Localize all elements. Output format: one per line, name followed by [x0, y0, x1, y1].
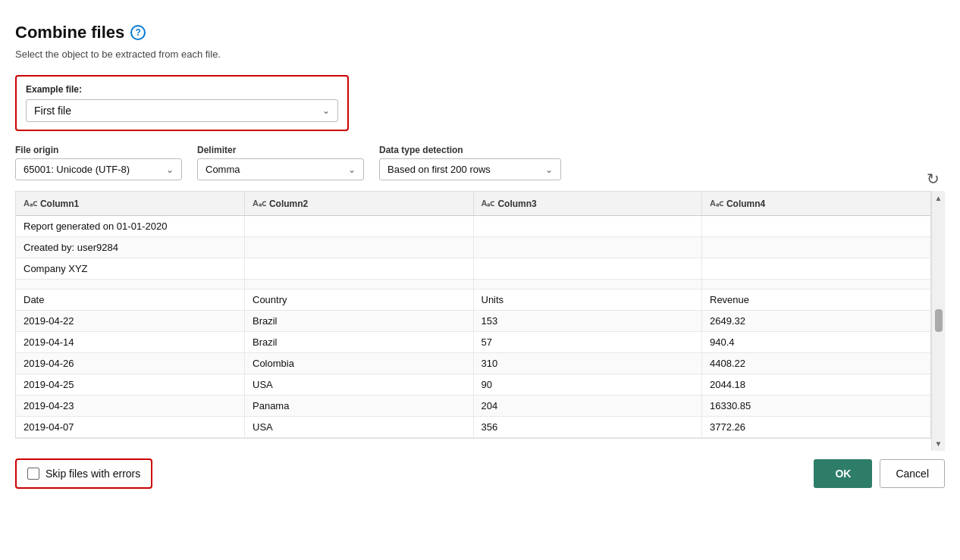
skip-files-label: Skip files with errors: [45, 468, 140, 480]
table-cell: [245, 236, 474, 258]
table-cell: [473, 236, 702, 258]
table-cell: 2019-04-14: [16, 331, 245, 352]
skip-files-checkbox[interactable]: [27, 468, 39, 480]
data-type-detection-label: Data type detection: [379, 145, 561, 155]
data-type-detection-chevron: ⌄: [545, 164, 553, 175]
table-row: [16, 279, 930, 289]
col1-label: Column1: [40, 199, 79, 209]
table-cell: Report generated on 01-01-2020: [16, 215, 245, 236]
table-header-row: Aₐᴄ Column1 Aₐᴄ Column2 Aₐᴄ Column: [16, 192, 930, 215]
col-header-2: Aₐᴄ Column2: [245, 192, 474, 215]
delimiter-chevron: ⌄: [348, 164, 356, 175]
table-cell: [473, 279, 702, 289]
table-container: Aₐᴄ Column1 Aₐᴄ Column2 Aₐᴄ Column: [15, 191, 931, 439]
dialog-subtitle: Select the object to be extracted from e…: [15, 48, 945, 60]
data-type-detection-group: Data type detection Based on first 200 r…: [379, 145, 561, 180]
table-cell: Colombia: [245, 352, 474, 374]
table-cell: [702, 236, 931, 258]
example-file-chevron: ⌄: [322, 105, 330, 116]
table-cell: 16330.85: [702, 395, 931, 416]
col4-label: Column4: [726, 199, 765, 209]
table-cell: 940.4: [702, 331, 931, 352]
example-file-label: Example file:: [26, 84, 338, 95]
skip-files-section: Skip files with errors: [15, 458, 152, 489]
data-type-detection-value: Based on first 200 rows: [387, 164, 491, 175]
table-row: Company XYZ: [16, 258, 930, 279]
delimiter-value: Comma: [205, 164, 240, 175]
table-cell: [245, 258, 474, 279]
table-cell: Brazil: [245, 331, 474, 352]
file-origin-label: File origin: [15, 145, 182, 155]
table-cell: [473, 258, 702, 279]
example-file-select[interactable]: First file ⌄: [26, 99, 338, 122]
table-cell: 2019-04-25: [16, 374, 245, 395]
file-origin-select[interactable]: 65001: Unicode (UTF-8) ⌄: [15, 158, 182, 180]
table-cell: 204: [473, 395, 702, 416]
example-file-value: First file: [34, 105, 71, 117]
abc-icon-1: Aₐᴄ: [24, 199, 37, 208]
table-cell: 2019-04-22: [16, 310, 245, 331]
bottom-area: Skip files with errors OK Cancel: [15, 458, 945, 489]
table-row: 2019-04-26Colombia3104408.22: [16, 352, 930, 374]
abc-icon-4: Aₐᴄ: [710, 199, 723, 208]
file-origin-group: File origin 65001: Unicode (UTF-8) ⌄: [15, 145, 182, 180]
scrollbar-area[interactable]: ▲ ▼: [931, 191, 945, 451]
table-cell: [473, 215, 702, 236]
dialog-title: Combine files: [15, 23, 124, 42]
table-cell: Panama: [245, 395, 474, 416]
table-row: 2019-04-14Brazil57940.4: [16, 331, 930, 352]
example-file-section: Example file: First file ⌄: [15, 75, 349, 131]
action-buttons: OK Cancel: [814, 459, 945, 488]
file-origin-chevron: ⌄: [166, 164, 174, 175]
table-cell: USA: [245, 416, 474, 437]
data-table: Aₐᴄ Column1 Aₐᴄ Column2 Aₐᴄ Column: [16, 192, 930, 438]
table-cell: 2019-04-23: [16, 395, 245, 416]
table-cell: Brazil: [245, 310, 474, 331]
table-cell: USA: [245, 374, 474, 395]
table-cell: Units: [473, 289, 702, 310]
ok-button[interactable]: OK: [814, 459, 872, 488]
table-cell: [245, 215, 474, 236]
table-cell: Created by: user9284: [16, 236, 245, 258]
refresh-button[interactable]: ↻: [921, 167, 945, 191]
data-type-detection-select[interactable]: Based on first 200 rows ⌄: [379, 158, 561, 180]
table-cell: 3772.26: [702, 416, 931, 437]
table-cell: Country: [245, 289, 474, 310]
cancel-button[interactable]: Cancel: [880, 459, 945, 488]
abc-icon-3: Aₐᴄ: [482, 199, 495, 208]
delimiter-select[interactable]: Comma ⌄: [197, 158, 364, 180]
col3-label: Column3: [497, 199, 536, 209]
table-cell: Revenue: [702, 289, 931, 310]
controls-row: File origin 65001: Unicode (UTF-8) ⌄ Del…: [15, 145, 561, 180]
table-row: DateCountryUnitsRevenue: [16, 289, 930, 310]
help-icon[interactable]: ?: [130, 25, 146, 40]
col2-label: Column2: [269, 199, 308, 209]
delimiter-group: Delimiter Comma ⌄: [197, 145, 364, 180]
table-cell: 310: [473, 352, 702, 374]
table-cell: Date: [16, 289, 245, 310]
col-header-4: Aₐᴄ Column4: [702, 192, 931, 215]
table-cell: 4408.22: [702, 352, 931, 374]
col-header-3: Aₐᴄ Column3: [473, 192, 702, 215]
scroll-down-arrow[interactable]: ▼: [933, 438, 944, 449]
table-cell: [245, 279, 474, 289]
table-row: Report generated on 01-01-2020: [16, 215, 930, 236]
table-row: 2019-04-22Brazil1532649.32: [16, 310, 930, 331]
table-row: 2019-04-23Panama20416330.85: [16, 395, 930, 416]
table-cell: 356: [473, 416, 702, 437]
table-cell: [16, 279, 245, 289]
scroll-up-arrow[interactable]: ▲: [933, 192, 944, 204]
dialog-title-row: Combine files ?: [15, 23, 945, 42]
col-header-1: Aₐᴄ Column1: [16, 192, 245, 215]
table-cell: 2649.32: [702, 310, 931, 331]
table-cell: 2044.18: [702, 374, 931, 395]
table-cell: [702, 279, 931, 289]
table-cell: 2019-04-26: [16, 352, 245, 374]
table-cell: 2019-04-07: [16, 416, 245, 437]
table-cell: [702, 258, 931, 279]
table-row: Created by: user9284: [16, 236, 930, 258]
scroll-thumb[interactable]: [935, 309, 943, 332]
table-cell: 57: [473, 331, 702, 352]
table-cell: 90: [473, 374, 702, 395]
table-area: Aₐᴄ Column1 Aₐᴄ Column2 Aₐᴄ Column: [15, 191, 945, 451]
